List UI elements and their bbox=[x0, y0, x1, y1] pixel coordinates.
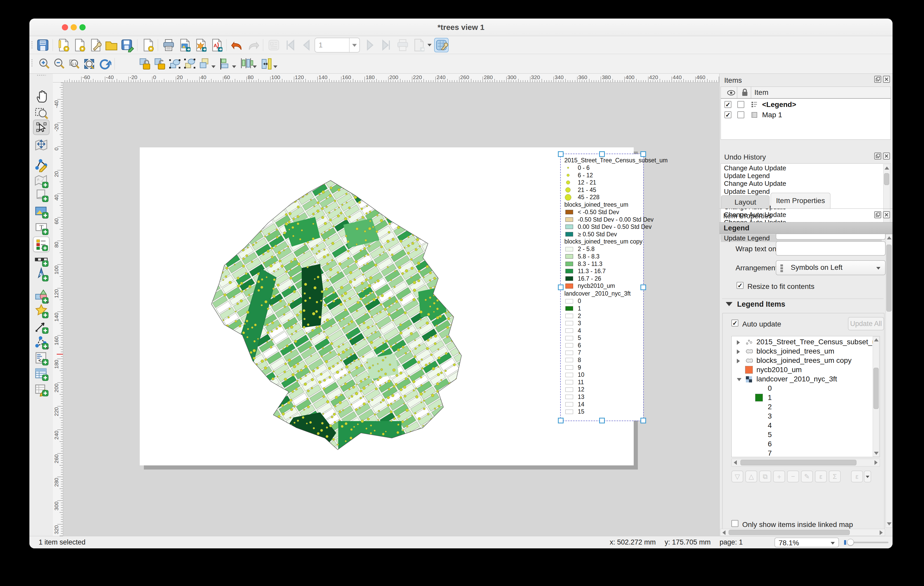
tree-expand-icon[interactable] bbox=[737, 378, 741, 381]
spinbox-dropdown[interactable] bbox=[349, 38, 360, 52]
move-up-button[interactable]: △ bbox=[745, 471, 757, 482]
align-items-button-dropdown[interactable] bbox=[232, 66, 236, 68]
zoom-slider-handle[interactable] bbox=[847, 539, 854, 546]
legend-tree-item[interactable]: blocks_joined_trees_um bbox=[732, 347, 873, 356]
item-lock-checkbox[interactable] bbox=[738, 111, 744, 118]
selection-handle[interactable] bbox=[640, 151, 646, 157]
legend-tree-item[interactable]: 1 bbox=[732, 393, 873, 402]
cutoff-field[interactable] bbox=[776, 234, 886, 240]
refresh-view-button[interactable] bbox=[97, 57, 111, 71]
add-html-tool[interactable]: </> bbox=[33, 351, 50, 366]
tree-expand-icon[interactable] bbox=[737, 359, 740, 363]
undo-button[interactable] bbox=[230, 38, 244, 52]
toolbar-grip[interactable] bbox=[31, 41, 33, 49]
save-project-button[interactable] bbox=[36, 38, 50, 52]
legend-tree-item[interactable]: 7 bbox=[732, 449, 873, 458]
legend-tree-item[interactable]: 5 bbox=[732, 430, 873, 440]
remove-item-button[interactable]: − bbox=[787, 471, 799, 482]
resize-items-button[interactable] bbox=[259, 57, 274, 71]
toolbox-grip[interactable] bbox=[36, 74, 46, 76]
tree-expand-icon[interactable] bbox=[737, 349, 740, 354]
pan-tool[interactable] bbox=[33, 89, 50, 104]
add-3d-map-tool[interactable] bbox=[33, 187, 50, 202]
export-atlas-button[interactable] bbox=[411, 38, 426, 52]
duplicate-layout-button[interactable] bbox=[72, 38, 87, 52]
undock-panel-button[interactable] bbox=[874, 211, 881, 218]
unlock-all-button[interactable] bbox=[153, 57, 167, 71]
legend-tree-item[interactable]: 4 bbox=[732, 421, 873, 430]
print-layout-button[interactable] bbox=[162, 38, 176, 52]
tab-item-properties[interactable]: Item Properties bbox=[771, 193, 830, 209]
items-row[interactable]: ✓<Legend> bbox=[721, 100, 891, 110]
filter-dropdown[interactable] bbox=[864, 471, 871, 482]
legend-item[interactable]: 2015_Street_Tree_Census_subset_um0 - 66 … bbox=[561, 154, 643, 421]
filter-expression-button[interactable]: ε bbox=[851, 471, 863, 482]
next-feature-button[interactable] bbox=[363, 38, 378, 52]
tab-layout[interactable]: Layout bbox=[721, 195, 770, 209]
items-row[interactable]: ✓Map 1 bbox=[721, 110, 891, 120]
add-node-item-tool-dropdown[interactable] bbox=[46, 347, 49, 350]
selection-handle[interactable] bbox=[640, 285, 646, 290]
add-pages-button[interactable] bbox=[104, 38, 119, 52]
update-all-button[interactable]: Update All bbox=[848, 317, 884, 330]
layout-manager-button[interactable] bbox=[88, 38, 102, 52]
group-items-button[interactable] bbox=[168, 57, 182, 71]
add-shape-tool[interactable] bbox=[33, 289, 50, 304]
new-layout-button[interactable] bbox=[56, 38, 71, 52]
legend-items-header[interactable]: Legend Items bbox=[737, 300, 785, 308]
properties-horizontal-scrollbar[interactable] bbox=[720, 529, 885, 536]
count-features-button[interactable]: Σ bbox=[829, 471, 841, 482]
undo-entry[interactable]: Update Legend bbox=[721, 172, 882, 179]
undo-entry[interactable]: Change Auto Update bbox=[721, 179, 882, 188]
last-feature-button[interactable] bbox=[380, 38, 394, 52]
item-visibility-checkbox[interactable]: ✓ bbox=[724, 101, 731, 108]
edit-item-button[interactable]: ✎ bbox=[801, 471, 813, 482]
legend-tree-item[interactable]: landcover _2010_nyc_3ft bbox=[732, 374, 873, 384]
move-content-tool[interactable] bbox=[33, 137, 50, 153]
distribute-items-button[interactable] bbox=[239, 57, 253, 71]
tree-vertical-scrollbar[interactable] bbox=[873, 337, 879, 457]
add-north-arrow-tool[interactable]: N bbox=[33, 267, 50, 282]
resize-items-button-dropdown[interactable] bbox=[273, 66, 277, 68]
zoom-level-combobox[interactable]: 78.1% bbox=[774, 538, 839, 547]
previous-feature-button[interactable] bbox=[299, 38, 313, 52]
print-atlas-button[interactable] bbox=[396, 38, 410, 52]
wrap-text-input[interactable] bbox=[776, 241, 886, 256]
add-map-tool[interactable] bbox=[33, 173, 50, 189]
undo-entry[interactable]: Change Auto Update bbox=[721, 164, 882, 172]
zoom-full-button[interactable] bbox=[82, 57, 96, 71]
export-svg-button[interactable] bbox=[193, 38, 208, 52]
only-linked-checkbox[interactable] bbox=[731, 520, 738, 527]
item-lock-checkbox[interactable] bbox=[738, 101, 744, 108]
add-attribute-table-tool[interactable] bbox=[33, 366, 50, 381]
selection-handle[interactable] bbox=[640, 418, 646, 423]
atlas-settings-button[interactable] bbox=[434, 38, 449, 52]
layout-canvas[interactable]: 2015_Street_Tree_Census_subset_um0 - 66 … bbox=[63, 82, 719, 536]
selection-handle[interactable] bbox=[599, 151, 605, 157]
legend-tree-item[interactable]: 2 bbox=[732, 402, 873, 412]
selection-handle[interactable] bbox=[558, 285, 564, 290]
resize-fit-checkbox[interactable]: ✓ bbox=[737, 282, 744, 289]
tree-expand-icon[interactable] bbox=[737, 340, 740, 345]
auto-update-checkbox[interactable]: ✓ bbox=[731, 319, 738, 326]
move-down-button[interactable]: ▽ bbox=[731, 471, 743, 482]
add-items-from-template-button[interactable] bbox=[141, 38, 155, 52]
tree-horizontal-scrollbar[interactable] bbox=[731, 459, 880, 466]
raise-items-button-dropdown[interactable] bbox=[211, 66, 216, 68]
add-marker-tool[interactable] bbox=[33, 303, 50, 319]
legend-tree-item[interactable]: nycb2010_um bbox=[732, 365, 873, 374]
align-items-button[interactable] bbox=[218, 57, 233, 71]
edit-nodes-tool[interactable] bbox=[33, 157, 50, 172]
undock-panel-button[interactable] bbox=[874, 76, 881, 83]
item-visibility-checkbox[interactable]: ✓ bbox=[724, 111, 731, 118]
add-node-item-tool[interactable] bbox=[33, 334, 50, 350]
legend-tree-item[interactable]: 6 bbox=[732, 440, 873, 449]
zoom-actual-button[interactable]: 1:1 bbox=[67, 57, 81, 71]
undock-panel-button[interactable] bbox=[874, 153, 881, 160]
legend-tree-item[interactable]: blocks_joined_trees_um copy bbox=[732, 356, 873, 365]
distribute-items-button-dropdown[interactable] bbox=[252, 66, 257, 68]
close-panel-button[interactable] bbox=[883, 211, 890, 218]
add-label-tool[interactable]: T bbox=[33, 220, 50, 235]
zoom-out-button[interactable] bbox=[52, 57, 66, 71]
zoom-in-button[interactable] bbox=[37, 57, 51, 71]
